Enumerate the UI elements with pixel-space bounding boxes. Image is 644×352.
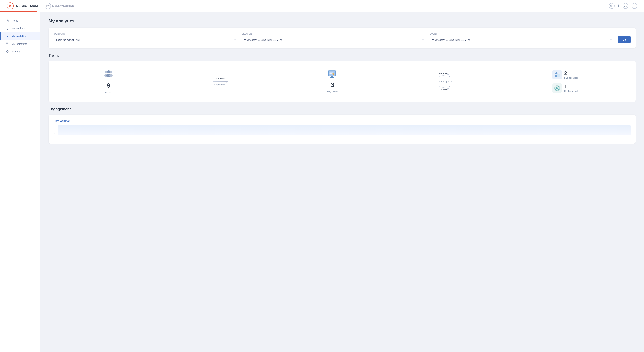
page-layout: Home My webinars My analytics — [0, 12, 644, 352]
svg-rect-22 — [330, 77, 334, 78]
sidebar-item-my-webinars[interactable]: My webinars — [0, 24, 40, 32]
svg-point-8 — [105, 71, 107, 73]
live-attendees-icon — [552, 70, 562, 79]
session-select[interactable]: Wednesday, 30 June 2021, 4:45 PM ••• — [242, 36, 427, 43]
training-icon — [6, 50, 9, 53]
header-underline — [0, 11, 37, 12]
user-icon[interactable] — [622, 3, 628, 9]
sidebar-item-home-label: Home — [12, 19, 18, 22]
registrants-count: 3 — [331, 81, 334, 88]
visitors-label: Visitors — [105, 91, 112, 93]
attendees-col: 2 Live attendees — [552, 70, 581, 93]
event-select-dots: ••• — [608, 38, 612, 41]
sidebar: Home My webinars My analytics — [0, 12, 40, 352]
svg-rect-25 — [557, 74, 560, 77]
webinar-filter-label: Webinar — [54, 33, 239, 35]
registrants-icon — [327, 70, 338, 80]
event-filter-col: Event Wednesday, 30 June 2021, 4:45 PM •… — [430, 33, 615, 43]
webinarjam-label: WEBINARJAM — [16, 4, 38, 8]
visitors-count: 9 — [107, 82, 110, 89]
header-logos: W WEBINARJAM EW EVERWEBINAR — [7, 2, 74, 9]
svg-point-7 — [6, 42, 8, 44]
svg-rect-27 — [558, 75, 559, 75]
svg-point-13 — [109, 74, 113, 77]
svg-point-12 — [110, 71, 112, 73]
header-actions: f — [609, 3, 637, 9]
registrants-label: Registrants — [327, 90, 338, 93]
sidebar-item-my-registrants[interactable]: My registrants — [0, 40, 40, 48]
signup-rate-arrow: 33.33% Sign up rate — [213, 77, 228, 86]
home-icon — [6, 19, 9, 22]
webinar-select-value: Learn the market FAST — [56, 38, 80, 41]
session-select-value: Wednesday, 30 June 2021, 4:45 PM — [244, 38, 282, 41]
traffic-card: 9 Visitors 33.33% Sign up rate — [49, 61, 636, 102]
sidebar-item-my-analytics[interactable]: My analytics — [0, 32, 40, 40]
everwebinar-logo: EW EVERWEBINAR — [44, 3, 74, 9]
webinar-filter-col: Webinar Learn the market FAST ••• — [54, 33, 239, 43]
svg-rect-21 — [331, 76, 333, 77]
everwebinar-logo-circle: EW — [44, 3, 51, 9]
webinar-select-dots: ••• — [232, 38, 236, 41]
sidebar-item-training-label: Training — [12, 50, 21, 53]
filter-card: Webinar Learn the market FAST ••• Sessio… — [49, 28, 636, 48]
traffic-flow: 9 Visitors 33.33% Sign up rate — [54, 66, 630, 97]
session-filter-label: Session — [242, 33, 427, 35]
everwebinar-abbr: EW — [46, 5, 50, 7]
traffic-section-title: Traffic — [49, 53, 636, 58]
go-button[interactable]: Go — [618, 36, 630, 43]
registrants-node: 3 Registrants — [327, 70, 338, 93]
signup-rate-label: Sign up rate — [214, 83, 226, 86]
sidebar-item-my-analytics-label: My analytics — [12, 35, 26, 37]
engagement-card: Live webinar 10 — [49, 115, 636, 144]
logout-icon[interactable] — [632, 3, 637, 9]
analytics-icon — [6, 34, 9, 38]
session-filter-col: Session Wednesday, 30 June 2021, 4:45 PM… — [242, 33, 427, 43]
chart-max-label: 10 — [54, 132, 56, 135]
event-select-value: Wednesday, 30 June 2021, 4:45 PM — [432, 38, 470, 41]
page-title: My analytics — [49, 18, 636, 24]
webinar-select[interactable]: Learn the market FAST ••• — [54, 36, 239, 43]
live-attendees-row: 2 Live attendees — [552, 70, 581, 79]
event-select[interactable]: Wednesday, 30 June 2021, 4:45 PM ••• — [430, 36, 615, 43]
sidebar-item-my-registrants-label: My registrants — [12, 42, 27, 45]
main-content: My analytics Webinar Learn the market FA… — [40, 12, 644, 352]
split-arrows: 66.67% Show up rate 33 — [439, 72, 452, 91]
engagement-chart-partial: 10 — [54, 125, 630, 137]
replay-attendees-info: 1 Replay attendees — [564, 84, 581, 92]
replay-attendees-label: Replay attendees — [564, 90, 581, 92]
engagement-section-title: Engagement — [49, 107, 636, 111]
svg-rect-4 — [6, 27, 9, 29]
sidebar-item-home[interactable]: Home — [0, 17, 40, 24]
filter-row: Webinar Learn the market FAST ••• Sessio… — [54, 33, 630, 43]
live-attendees-info: 2 Live attendees — [564, 70, 578, 79]
replay-attendees-row: 1 Replay attendees — [552, 83, 581, 93]
sidebar-item-my-webinars-label: My webinars — [12, 27, 26, 30]
live-attendees-count: 2 — [564, 70, 578, 76]
facebook-icon[interactable]: f — [618, 4, 619, 8]
visitors-node: 9 Visitors — [103, 69, 114, 93]
live-attendees-label: Live attendees — [564, 77, 578, 79]
globe-icon[interactable] — [609, 3, 615, 9]
replay-attendees-count: 1 — [564, 84, 581, 89]
everwebinar-label: EVERWEBINAR — [52, 4, 74, 7]
group-icon — [6, 42, 9, 45]
svg-rect-17 — [330, 72, 332, 73]
visitors-icon — [103, 69, 114, 80]
showup-label: Show up rate — [439, 80, 452, 83]
webinarjam-abbr: W — [9, 4, 12, 7]
svg-point-2 — [625, 5, 626, 6]
replay-attendees-icon — [552, 83, 562, 93]
monitor-icon — [6, 27, 9, 30]
svg-rect-16 — [330, 71, 334, 72]
sidebar-item-training[interactable]: Training — [0, 48, 40, 55]
live-split: 66.67% — [439, 72, 450, 77]
webinarjam-logo: W WEBINARJAM — [7, 2, 38, 9]
replay-split: 33.33% — [439, 86, 450, 91]
header: W WEBINARJAM EW EVERWEBINAR f — [0, 0, 644, 12]
svg-point-10 — [107, 70, 110, 73]
event-filter-label: Event — [430, 33, 615, 35]
signup-rate-pct: 33.33% — [216, 77, 224, 80]
engagement-subtitle: Live webinar — [54, 120, 630, 123]
svg-rect-28 — [558, 76, 559, 76]
svg-rect-26 — [558, 75, 559, 75]
